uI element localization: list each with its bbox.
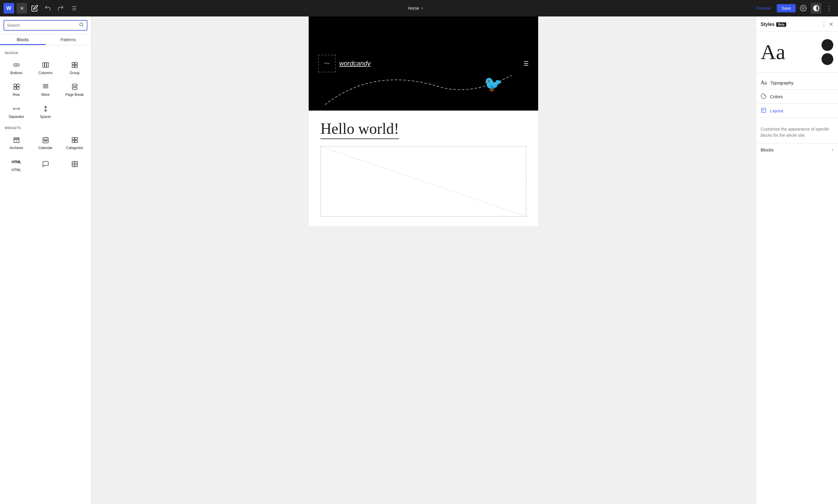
image-placeholder — [320, 146, 526, 217]
styles-option-typography[interactable]: Aa Typography — [756, 76, 838, 89]
main-area: Blocks Patterns DESIGN Buttons — [0, 16, 838, 504]
preview-button[interactable]: Preview — [753, 4, 774, 12]
svg-rect-21 — [17, 87, 19, 89]
theme-toggle-button[interactable] — [811, 3, 822, 14]
block-item-row[interactable]: Row — [2, 79, 30, 100]
block-item-spacer[interactable]: Spacer — [32, 101, 59, 122]
svg-rect-17 — [75, 65, 77, 68]
styles-dot-2 — [822, 53, 833, 65]
styles-close-button[interactable]: ✕ — [829, 21, 833, 28]
header-menu-icon[interactable]: ☰ — [523, 60, 529, 67]
styles-options: Aa Typography Colors — [756, 73, 838, 122]
svg-line-8 — [82, 25, 83, 26]
styles-option-colors[interactable]: Colors — [756, 90, 838, 104]
group-icon — [71, 61, 79, 69]
svg-rect-33 — [14, 138, 19, 139]
search-icon[interactable] — [79, 22, 84, 28]
more-options-button[interactable]: ⋮ — [824, 3, 835, 14]
page-break-label: Page Break — [65, 93, 84, 97]
svg-rect-43 — [72, 137, 74, 140]
more-icon — [41, 83, 50, 91]
block-item-page-break[interactable]: Page Break — [60, 79, 89, 100]
styles-blocks-chevron-icon: › — [832, 147, 833, 152]
page-title-selector[interactable]: Home ∨ — [408, 6, 423, 11]
svg-rect-28 — [72, 88, 77, 89]
styles-preview: Aa — [756, 32, 838, 73]
buttons-icon — [12, 61, 21, 69]
redo-button[interactable] — [55, 3, 66, 14]
svg-rect-11 — [43, 62, 45, 67]
undo-button[interactable] — [42, 3, 53, 14]
svg-point-7 — [80, 23, 83, 26]
page-break-icon — [71, 83, 79, 91]
block-item-table[interactable] — [60, 154, 89, 175]
styles-title-group: Styles Beta — [761, 22, 786, 27]
toolbar: W ✕ Home ∨ Preview Save — [0, 0, 838, 16]
settings-button[interactable] — [798, 3, 808, 14]
block-item-more[interactable]: More — [32, 79, 59, 100]
separator-label: Separator — [8, 115, 24, 119]
tab-blocks[interactable]: Blocks — [0, 34, 46, 45]
blocks-list: DESIGN Buttons — [0, 45, 91, 504]
edit-button[interactable] — [30, 3, 40, 14]
block-item-calendar[interactable]: Calendar — [32, 132, 59, 152]
styles-color-dots — [822, 39, 833, 65]
columns-icon — [41, 61, 50, 69]
svg-rect-12 — [45, 62, 47, 67]
page-header: 〜 wordcandy 🐦 ☰ — [309, 16, 538, 111]
styles-dot-1 — [822, 39, 833, 51]
search-input[interactable] — [7, 23, 79, 28]
styles-beta-badge: Beta — [776, 22, 786, 27]
archives-label: Archives — [10, 146, 23, 150]
chevron-down-icon: ∨ — [421, 6, 423, 10]
widgets-blocks-grid: Archives — [2, 132, 89, 175]
design-section-label: DESIGN — [2, 49, 89, 56]
block-item-separator[interactable]: Separator — [2, 101, 30, 122]
svg-rect-26 — [72, 84, 77, 86]
svg-rect-53 — [762, 108, 766, 113]
svg-rect-42 — [47, 141, 47, 141]
block-item-archives[interactable]: Archives — [2, 132, 30, 152]
row-icon — [12, 83, 21, 91]
list-view-button[interactable] — [68, 3, 79, 14]
left-sidebar: Blocks Patterns DESIGN Buttons — [0, 16, 91, 504]
canvas-inner: 〜 wordcandy 🐦 ☰ Hello world! — [309, 16, 538, 504]
image-placeholder-svg — [321, 146, 526, 216]
spacer-label: Spacer — [40, 115, 51, 119]
more-label: More — [41, 93, 49, 97]
styles-header-right: ⋮ ✕ — [821, 21, 833, 28]
svg-rect-20 — [14, 87, 16, 89]
styles-customize-text: Customize the appearance of specific blo… — [756, 122, 838, 144]
right-sidebar: Styles Beta ⋮ ✕ Aa Aa Typography — [756, 16, 838, 504]
svg-rect-36 — [43, 138, 48, 143]
block-item-columns[interactable]: Columns — [32, 57, 59, 78]
svg-rect-46 — [75, 140, 77, 143]
tabs: Blocks Patterns — [0, 34, 91, 45]
block-item-buttons[interactable]: Buttons — [2, 57, 30, 78]
save-button[interactable]: Save — [777, 4, 796, 12]
styles-option-layout[interactable]: Layout — [756, 104, 838, 118]
comment-icon — [41, 160, 50, 168]
page-title-text: Home — [408, 6, 419, 11]
wp-logo[interactable]: W — [3, 3, 14, 14]
html-icon: HTML — [12, 158, 21, 166]
hummingbird: 🐦 — [484, 75, 503, 93]
tab-patterns[interactable]: Patterns — [46, 34, 91, 45]
svg-rect-15 — [75, 62, 77, 65]
categories-icon — [71, 136, 79, 144]
block-item-categories[interactable]: Categories — [60, 132, 89, 152]
close-button[interactable]: ✕ — [16, 3, 27, 14]
styles-more-button[interactable]: ⋮ — [821, 21, 826, 28]
svg-line-52 — [321, 146, 526, 216]
block-item-comment[interactable] — [32, 154, 59, 175]
block-item-html[interactable]: HTML HTML — [2, 154, 30, 175]
page-heading: Hello world! — [320, 120, 399, 139]
svg-rect-14 — [72, 62, 74, 65]
block-item-group[interactable]: Group — [60, 57, 89, 78]
calendar-label: Calendar — [38, 146, 53, 150]
styles-blocks-row[interactable]: Blocks › — [756, 144, 838, 156]
categories-label: Categories — [66, 146, 83, 150]
svg-rect-18 — [14, 84, 16, 87]
html-label: HTML — [12, 168, 21, 172]
styles-title: Styles — [761, 22, 774, 27]
